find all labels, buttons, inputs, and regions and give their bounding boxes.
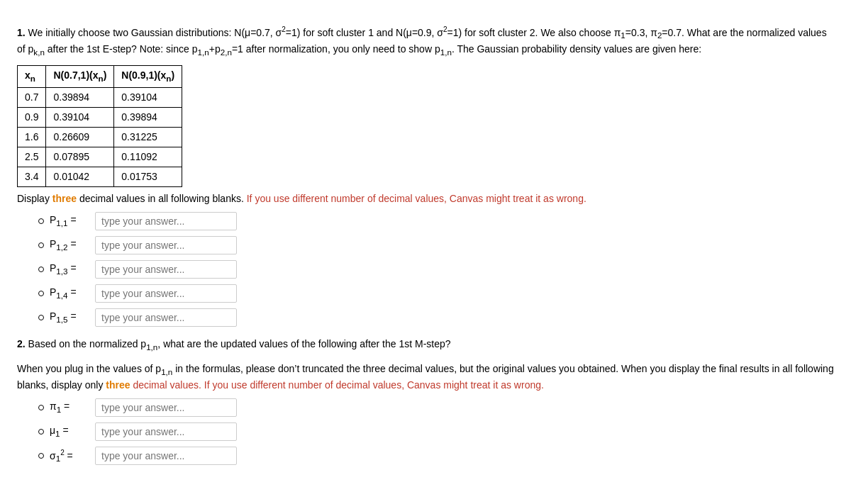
answer-input-q2-2[interactable] <box>95 422 237 441</box>
bullet-icon <box>38 453 44 459</box>
table-cell: 0.7 <box>18 87 46 107</box>
col-n09: N(0.9,1)(xn) <box>114 66 182 87</box>
answer-input-q1-5[interactable] <box>95 308 237 327</box>
display-note: Display three decimal values in all foll… <box>17 191 834 206</box>
table-cell: 0.26609 <box>46 127 114 147</box>
answer-label-q1-2: P1,2 = <box>50 237 92 253</box>
table-cell: 2.5 <box>18 147 46 167</box>
canvas-warning-q1: If you use different number of decimal v… <box>247 193 586 204</box>
table-cell: 0.07895 <box>46 147 114 167</box>
table-cell: 0.31225 <box>114 127 182 147</box>
answer-label-q1-1: P1,1 = <box>50 213 92 229</box>
table-row: 0.70.398940.39104 <box>18 87 182 107</box>
answer-label-q2-1: π1 = <box>50 399 92 415</box>
answer-row-q1-2: P1,2 = <box>38 236 834 254</box>
table-row: 0.90.391040.39894 <box>18 107 182 127</box>
answer-label-q1-4: P1,4 = <box>50 285 92 301</box>
bullet-icon <box>38 405 44 410</box>
q2-number: 2. <box>17 338 26 349</box>
q2-text1: 2. Based on the normalized p1,n, what ar… <box>17 337 834 353</box>
table-cell: 0.01753 <box>114 167 182 186</box>
q2-answer-list: π1 =μ1 =σ12 = <box>17 398 834 465</box>
table-row: 2.50.078950.11092 <box>18 147 182 167</box>
answer-label-q1-3: P1,3 = <box>50 261 92 277</box>
answer-input-q2-3[interactable] <box>95 447 237 465</box>
question-2: 2. Based on the normalized p1,n, what ar… <box>17 337 834 466</box>
table-cell: 3.4 <box>18 167 46 186</box>
table-cell: 0.01042 <box>46 167 114 186</box>
col-n07: N(0.7,1)(xn) <box>46 66 114 87</box>
answer-label-q2-3: σ12 = <box>50 447 92 465</box>
table-cell: 0.39104 <box>46 107 114 127</box>
answer-label-q1-5: P1,5 = <box>50 309 92 325</box>
table-cell: 1.6 <box>18 127 46 147</box>
q1-text: 1. We initially choose two Gaussian dist… <box>17 24 834 58</box>
three-highlight-q2: three <box>106 379 130 391</box>
gaussian-table: xn N(0.7,1)(xn) N(0.9,1)(xn) 0.70.398940… <box>17 65 182 186</box>
answer-input-q1-2[interactable] <box>95 236 237 254</box>
col-xn: xn <box>18 66 46 87</box>
answer-label-q2-2: μ1 = <box>50 423 92 439</box>
answer-row-q1-1: P1,1 = <box>38 212 834 230</box>
canvas-warning-q2: decimal values. If you use different num… <box>133 379 543 391</box>
answer-row-q2-1: π1 = <box>38 398 834 417</box>
table-row: 1.60.266090.31225 <box>18 127 182 147</box>
bullet-icon <box>38 267 44 272</box>
bullet-icon <box>38 218 44 224</box>
bullet-icon <box>38 429 44 435</box>
three-highlight: three <box>52 193 77 204</box>
q1-answer-list: P1,1 =P1,2 =P1,3 =P1,4 =P1,5 = <box>17 212 834 327</box>
answer-input-q2-1[interactable] <box>95 398 237 417</box>
answer-input-q1-3[interactable] <box>95 260 237 279</box>
answer-row-q1-4: P1,4 = <box>38 284 834 303</box>
answer-row-q1-3: P1,3 = <box>38 260 834 279</box>
bullet-icon <box>38 291 44 296</box>
answer-input-q1-4[interactable] <box>95 284 237 303</box>
answer-row-q2-3: σ12 = <box>38 447 834 465</box>
bullet-icon <box>38 315 44 320</box>
q1-number: 1. <box>17 27 26 38</box>
answer-row-q1-5: P1,5 = <box>38 308 834 327</box>
table-cell: 0.39894 <box>46 87 114 107</box>
answer-row-q2-2: μ1 = <box>38 422 834 441</box>
table-cell: 0.11092 <box>114 147 182 167</box>
table-cell: 0.39104 <box>114 87 182 107</box>
q2-text2: When you plug in the values of p1,n in t… <box>17 362 834 393</box>
question-1: 1. We initially choose two Gaussian dist… <box>17 24 834 327</box>
table-cell: 0.9 <box>18 107 46 127</box>
bullet-icon <box>38 242 44 248</box>
table-cell: 0.39894 <box>114 107 182 127</box>
table-row: 3.40.010420.01753 <box>18 167 182 186</box>
answer-input-q1-1[interactable] <box>95 212 237 230</box>
